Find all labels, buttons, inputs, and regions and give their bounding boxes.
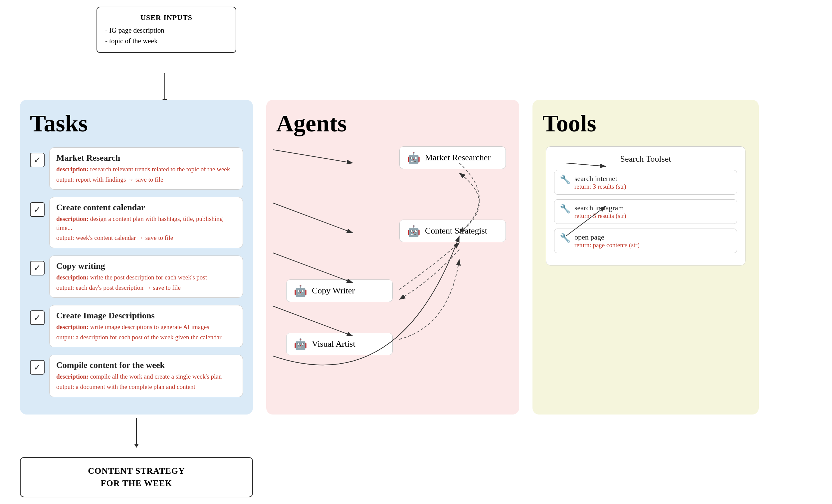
user-input-item-2: topic of the week xyxy=(105,36,228,47)
task-4-output: output: a description for each post of t… xyxy=(56,333,236,342)
tools-title: Tools xyxy=(543,110,749,137)
wrench-icon-1: 🔧 xyxy=(560,174,570,185)
task-row-1: ✓ Market Research description: research … xyxy=(30,148,243,190)
task-5-desc-text: compile all the work and create a single… xyxy=(90,373,222,380)
task-1-output-text: report with findings → save to file xyxy=(76,176,163,183)
task-5-output: output: a document with the complete pla… xyxy=(56,382,236,392)
task-1-title: Market Research xyxy=(56,153,236,163)
tool-2-text: search instagram return: 3 results (str) xyxy=(574,204,626,219)
task-1-desc-text: research relevant trends related to the … xyxy=(90,166,230,173)
tool-2-return: return: 3 results (str) xyxy=(574,212,626,219)
arrow-inputs-to-tasks xyxy=(164,73,165,100)
agent-content-strategist-label: Content Strategist xyxy=(425,226,487,236)
task-2-title: Create content calendar xyxy=(56,203,236,213)
task-3-output-text: each day's post description → save to fi… xyxy=(76,284,181,291)
task-checkbox-1: ✓ xyxy=(30,153,45,167)
tasks-panel: Tasks ✓ Market Research description: res… xyxy=(20,100,253,415)
agent-visual-artist: 🤖 Visual Artist xyxy=(286,333,393,355)
task-4-title: Create Image Descriptions xyxy=(56,311,236,321)
agent-copy-writer-label: Copy Writer xyxy=(312,286,355,296)
tool-item-2: 🔧 search instagram return: 3 results (st… xyxy=(554,199,737,224)
output-text: CONTENT STRATEGYFOR THE WEEK xyxy=(31,465,242,489)
tool-item-1: 🔧 search internet return: 3 results (str… xyxy=(554,170,737,195)
task-4-desc: description: write image descriptions to… xyxy=(56,323,236,332)
task-card-1: Market Research description: research re… xyxy=(49,148,243,190)
arrow-tasks-to-output xyxy=(136,418,137,445)
task-checkbox-4: ✓ xyxy=(30,310,45,325)
robot-icon-2: 🤖 xyxy=(407,224,420,237)
search-toolset-box: Search Toolset 🔧 search internet return:… xyxy=(546,147,746,265)
tools-panel: Tools Search Toolset 🔧 search internet r… xyxy=(532,100,759,415)
tasks-title: Tasks xyxy=(30,110,243,137)
task-5-title: Compile content for the week xyxy=(56,360,236,370)
user-inputs-title: USER INPUTS xyxy=(105,13,228,22)
task-2-output: output: week's content calendar → save t… xyxy=(56,234,236,242)
task-4-output-text: a description for each post of the week … xyxy=(76,334,222,341)
task-1-desc: description: research relevant trends re… xyxy=(56,165,236,174)
columns-wrapper: Tasks ✓ Market Research description: res… xyxy=(20,100,812,415)
tool-1-return: return: 3 results (str) xyxy=(574,183,626,190)
desc-label-1: description: xyxy=(56,166,90,173)
agent-visual-artist-label: Visual Artist xyxy=(312,339,356,349)
user-inputs-list: IG page description topic of the week xyxy=(105,25,228,46)
task-2-output-text: week's content calendar → save to file xyxy=(76,234,173,241)
task-checkbox-3: ✓ xyxy=(30,261,45,275)
search-toolset-title: Search Toolset xyxy=(554,154,737,164)
wrench-icon-3: 🔧 xyxy=(560,233,570,243)
agent-market-researcher: 🤖 Market Researcher xyxy=(399,147,506,169)
task-card-2: Create content calendar description: des… xyxy=(49,197,243,248)
tool-3-text: open page return: page contents (str) xyxy=(574,233,640,249)
wrench-icon-2: 🔧 xyxy=(560,204,570,214)
tool-2-name: search instagram xyxy=(574,204,626,212)
task-checkbox-2: ✓ xyxy=(30,202,45,217)
robot-icon-3: 🤖 xyxy=(294,285,307,297)
task-row-3: ✓ Copy writing description: write the po… xyxy=(30,256,243,298)
agent-market-researcher-label: Market Researcher xyxy=(425,153,491,163)
task-4-desc-text: write image descriptions to generate AI … xyxy=(90,323,209,330)
task-row-5: ✓ Compile content for the week descripti… xyxy=(30,355,243,397)
robot-icon-4: 🤖 xyxy=(294,338,307,350)
task-1-output: output: report with findings → save to f… xyxy=(56,175,236,184)
task-2-desc: description: design a content plan with … xyxy=(56,215,236,232)
task-card-3: Copy writing description: write the post… xyxy=(49,256,243,298)
task-3-desc: description: write the post description … xyxy=(56,273,236,282)
task-3-desc-text: write the post description for each week… xyxy=(90,274,207,281)
tool-3-return: return: page contents (str) xyxy=(574,241,640,249)
agents-panel: Agents 🤖 Market Researcher 🤖 Content Str… xyxy=(266,100,519,415)
task-row-4: ✓ Create Image Descriptions description:… xyxy=(30,305,243,347)
tool-1-name: search internet xyxy=(574,174,626,183)
agents-title: Agents xyxy=(276,110,509,137)
robot-icon-1: 🤖 xyxy=(407,151,420,164)
agent-copy-writer: 🤖 Copy Writer xyxy=(286,280,393,302)
task-5-desc: description: compile all the work and cr… xyxy=(56,372,236,381)
user-input-item-1: IG page description xyxy=(105,25,228,36)
tool-3-name: open page xyxy=(574,233,640,241)
task-3-output: output: each day's post description → sa… xyxy=(56,284,236,292)
tool-item-3: 🔧 open page return: page contents (str) xyxy=(554,229,737,253)
user-inputs-box: USER INPUTS IG page description topic of… xyxy=(97,7,236,53)
tool-1-text: search internet return: 3 results (str) xyxy=(574,174,626,190)
task-checkbox-5: ✓ xyxy=(30,360,45,375)
task-5-output-text: a document with the complete plan and co… xyxy=(76,383,196,390)
task-card-5: Compile content for the week description… xyxy=(49,355,243,397)
agent-content-strategist: 🤖 Content Strategist xyxy=(399,219,506,242)
output-box: CONTENT STRATEGYFOR THE WEEK xyxy=(20,457,253,497)
task-card-4: Create Image Descriptions description: w… xyxy=(49,305,243,347)
task-3-title: Copy writing xyxy=(56,261,236,271)
output-label-1: output: xyxy=(56,176,76,183)
task-row-2: ✓ Create content calendar description: d… xyxy=(30,197,243,248)
main-container: USER INPUTS IG page description topic of… xyxy=(0,0,832,504)
